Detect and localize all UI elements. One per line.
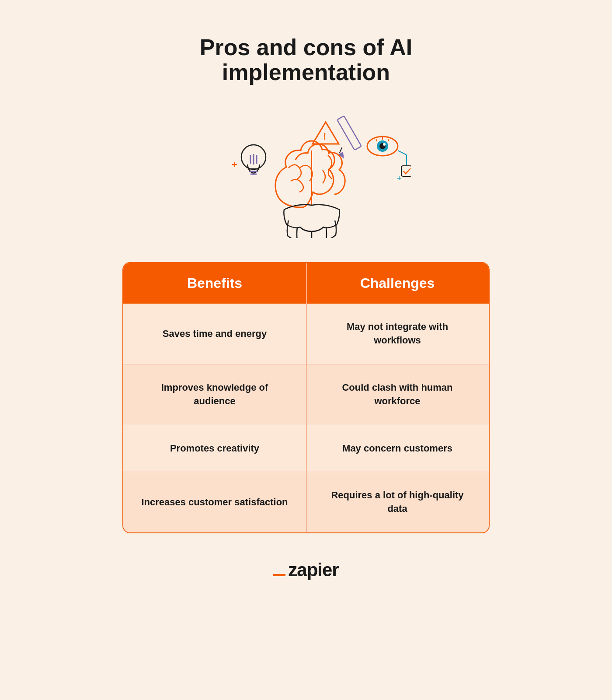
challenge-cell: May concern customers: [306, 425, 489, 472]
benefits-header: Benefits: [123, 263, 306, 304]
svg-text:!: !: [323, 131, 326, 142]
svg-text:+: +: [232, 159, 237, 170]
zapier-brand-name: zapier: [288, 560, 338, 581]
svg-rect-11: [337, 116, 362, 150]
table-header: Benefits Challenges: [123, 263, 489, 304]
benefit-cell: Improves knowledge of audience: [123, 364, 306, 425]
svg-line-20: [388, 139, 389, 141]
svg-line-18: [376, 139, 377, 141]
page-title: Pros and cons of AI implementation: [122, 35, 490, 85]
challenge-cell: May not integrate with workflows: [306, 304, 489, 364]
table-row: Promotes creativityMay concern customers: [123, 425, 489, 472]
benefit-cell: Saves time and energy: [123, 304, 306, 364]
zapier-underscore-icon: [273, 574, 285, 576]
hero-illustration: + !: [122, 107, 490, 238]
svg-text:+: +: [397, 174, 402, 183]
challenges-header: Challenges: [306, 263, 489, 304]
benefit-cell: Promotes creativity: [123, 425, 306, 472]
benefit-cell: Increases customer satisfaction: [123, 472, 306, 532]
page-container: Pros and cons of AI implementation: [87, 9, 525, 616]
zapier-logo: zapier: [122, 560, 490, 581]
illustration-svg: + !: [201, 107, 411, 238]
table-row: Saves time and energyMay not integrate w…: [123, 304, 489, 364]
challenge-cell: Could clash with human workforce: [306, 364, 489, 425]
svg-point-17: [383, 143, 386, 146]
table-row: Improves knowledge of audienceCould clas…: [123, 364, 489, 425]
pros-cons-table: Benefits Challenges Saves time and energ…: [122, 262, 490, 533]
table-row: Increases customer satisfactionRequires …: [123, 472, 489, 532]
table-body: Saves time and energyMay not integrate w…: [123, 304, 489, 532]
svg-line-21: [398, 150, 407, 155]
challenge-cell: Requires a lot of high-quality data: [306, 472, 489, 532]
svg-rect-23: [401, 166, 411, 176]
